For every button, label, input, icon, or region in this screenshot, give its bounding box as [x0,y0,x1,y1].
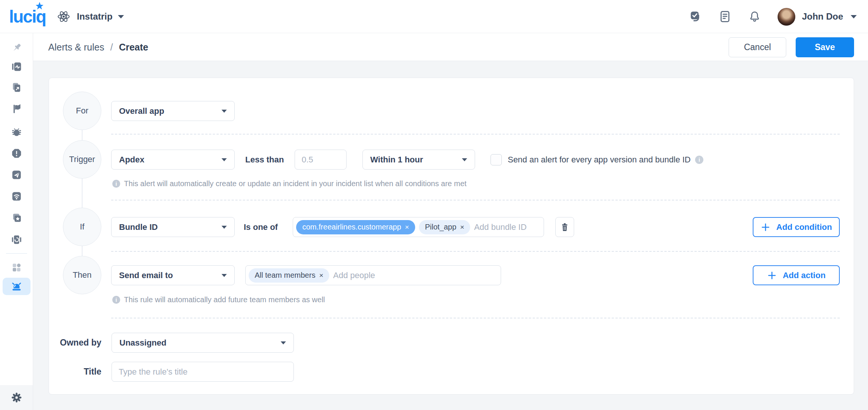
sidebar-item-pin[interactable] [11,42,22,54]
breadcrumb-create: Create [119,42,148,53]
sidebar-item-app-launches[interactable] [11,169,22,181]
app-ratings-icon [11,213,22,224]
step-badge-trigger: Trigger [63,140,101,179]
step-badge-if: If [63,208,101,246]
sidebar-divider [6,253,27,254]
every-version-checkbox[interactable] [491,154,502,165]
info-icon: i [112,180,120,188]
user-avatar[interactable] [778,8,795,26]
sidebar-item-app-ratings[interactable] [11,213,22,224]
owner-select[interactable]: Unassigned [112,333,294,353]
condition-field-select[interactable]: Bundle ID [111,217,235,237]
chevron-down-icon [222,274,227,277]
owned-by-label: Owned by [49,338,101,348]
sidebar-item-alerts-active[interactable] [3,278,31,295]
feature-flags-icon [11,103,22,115]
action-select[interactable]: Send email to [111,265,235,285]
section-divider [111,251,840,252]
add-condition-button[interactable]: Add condition [753,217,840,237]
logo[interactable]: luciq [9,5,46,28]
metric-select[interactable]: Apdex [111,150,235,170]
apps-grid-icon [11,262,22,273]
rule-builder-card: For Trigger If Then Overall app Apdex Le… [49,78,854,395]
then-note: i This rule will automatically add futur… [112,295,325,304]
threshold-input[interactable] [295,150,347,170]
info-icon: i [112,296,120,304]
step-badge-for: For [63,92,101,130]
app-select[interactable]: Overall app [111,101,235,121]
time-window-select[interactable]: Within 1 hour [362,150,475,170]
user-menu-caret-icon[interactable] [851,15,857,18]
cancel-button[interactable]: Cancel [729,37,786,57]
screen-flows-icon [11,82,22,93]
chevron-down-icon [462,158,467,161]
step-badge-then: Then [63,256,101,294]
docs-icon[interactable] [719,10,732,23]
operator-label: Is one of [244,222,278,232]
settings-gear-icon [11,392,22,403]
rule-title-input[interactable] [112,362,294,382]
plus-icon [761,222,770,232]
top-bar: luciq Instatrip John Doe [0,0,868,33]
owner-row: Owned by Unassigned [49,333,840,353]
network-icon [11,191,22,202]
crash-reports-icon [11,148,22,159]
section-divider [111,134,840,135]
atom-icon [56,9,72,24]
app-launches-icon [11,169,22,181]
pin-icon [11,42,22,54]
section-divider [111,318,840,318]
sidebar-item-bug-reports[interactable] [11,126,22,137]
for-row: Overall app [111,101,840,121]
user-name: John Doe [802,11,843,22]
then-action-row: Send email to All team members × Add act… [111,265,840,285]
page-action-bar: Alerts & rules / Create Cancel Save [33,33,868,61]
sidebar-item-app-performance[interactable] [11,61,22,72]
info-icon[interactable]: i [695,156,703,164]
caret-down-icon [118,15,124,18]
chip-recipient: All team members × [249,268,329,283]
chevron-down-icon [222,226,227,229]
chevron-down-icon [222,110,227,113]
add-action-button[interactable]: Add action [753,265,840,285]
breadcrumb-alerts-rules[interactable]: Alerts & rules [48,42,104,53]
chip-bundle-id: Pilot_app × [419,220,471,234]
section-divider [111,200,840,200]
workspace-name: Instatrip [77,11,113,22]
sidebar-item-feature-flags[interactable] [11,103,22,115]
workspace-selector[interactable]: Instatrip [56,5,124,28]
every-version-checkbox-label: Send an alert for every app version and … [508,155,691,165]
delete-condition-button[interactable] [555,217,574,237]
sparkle-star-icon [35,2,44,12]
breadcrumb-separator: / [110,42,113,53]
sidebar-nav [0,33,33,410]
notifications-bell-icon[interactable] [748,10,761,23]
save-button[interactable]: Save [796,37,854,57]
chip-bundle-id: com.freeairlines.customerapp × [296,220,415,234]
sidebar-item-network[interactable] [11,191,22,202]
sidebar-item-crash-reports[interactable] [11,148,22,159]
sidebar-item-apps-grid[interactable] [11,262,22,273]
bug-reports-icon [11,126,22,137]
plus-icon [767,271,777,280]
tasks-icon[interactable] [689,10,702,23]
bundle-id-tags-input[interactable]: com.freeairlines.customerapp × Pilot_app… [293,217,544,237]
chevron-down-icon [281,341,286,344]
title-label: Title [49,367,101,377]
remove-chip-icon[interactable]: × [405,223,409,231]
step-connector-line [82,111,83,275]
alerts-siren-icon [11,280,23,292]
recipients-tags-input[interactable]: All team members × [245,265,501,285]
sidebar-item-settings[interactable] [11,392,22,403]
chevron-down-icon [222,158,227,161]
add-people-input[interactable] [333,271,498,280]
remove-chip-icon[interactable]: × [460,223,464,231]
trash-icon [559,222,570,233]
sidebar-item-screen-flows[interactable] [11,82,22,93]
trigger-row: Apdex Less than Within 1 hour Send an al… [111,150,840,170]
sidebar-item-session-replay[interactable] [11,234,22,245]
comparator-label: Less than [245,155,284,165]
add-bundle-id-input[interactable] [474,222,541,232]
remove-chip-icon[interactable]: × [319,271,323,280]
trigger-note: i This alert will automatically create o… [112,179,466,188]
